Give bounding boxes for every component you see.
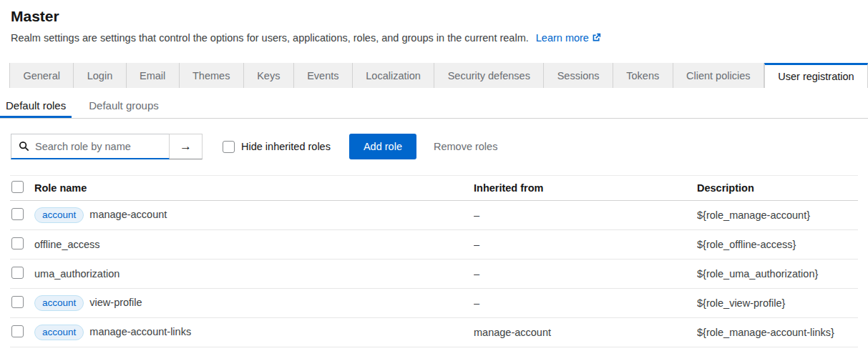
table-header-row: Role name Inherited from Description	[10, 176, 858, 201]
hide-inherited-group[interactable]: Hide inherited roles	[223, 141, 331, 153]
subtab-default-groups[interactable]: Default groups	[83, 93, 165, 118]
role-name: manage-account-links	[89, 326, 191, 337]
arrow-right-icon: →	[180, 139, 192, 153]
role-name: uma_authorization	[34, 268, 120, 280]
external-link-icon	[592, 31, 601, 46]
role-name: manage-account	[89, 209, 167, 220]
page-subtitle-text: Realm settings are settings that control…	[11, 32, 529, 44]
tab-client-policies[interactable]: Client policies	[673, 63, 764, 88]
client-badge: account	[34, 207, 84, 223]
page-subtitle: Realm settings are settings that control…	[11, 31, 857, 46]
tab-sessions[interactable]: Sessions	[544, 63, 613, 88]
inherited-from: –	[474, 230, 697, 259]
client-badge: account	[34, 325, 84, 340]
remove-roles-button[interactable]: Remove roles	[434, 141, 497, 152]
role-description: ${role_uma_authorization}	[697, 259, 858, 289]
inherited-from: manage-account	[474, 318, 697, 347]
column-header-role-name: Role name	[34, 176, 474, 201]
column-header-description: Description	[697, 176, 858, 201]
tab-security-defenses[interactable]: Security defenses	[434, 63, 544, 88]
hide-inherited-label[interactable]: Hide inherited roles	[241, 141, 331, 152]
tab-localization[interactable]: Localization	[353, 63, 434, 88]
tab-events[interactable]: Events	[294, 63, 353, 88]
inherited-from: –	[474, 201, 697, 230]
tab-user-registration[interactable]: User registration	[764, 63, 868, 88]
tab-general[interactable]: General	[9, 63, 74, 88]
role-description: ${role_manage-account-links}	[697, 318, 858, 347]
tab-email[interactable]: Email	[127, 63, 180, 88]
select-all-checkbox[interactable]	[11, 181, 24, 193]
hide-inherited-checkbox[interactable]	[223, 141, 235, 153]
tab-tokens[interactable]: Tokens	[613, 63, 673, 88]
client-badge: account	[34, 295, 84, 311]
search-group: →	[11, 134, 203, 159]
row-checkbox[interactable]	[11, 296, 24, 308]
inherited-from: –	[474, 259, 697, 289]
role-description: ${role_manage-account}	[697, 201, 858, 230]
add-role-button[interactable]: Add role	[349, 134, 416, 159]
table-row: accountmanage-account–${role_manage-acco…	[10, 201, 858, 230]
role-name: offline_access	[34, 239, 100, 250]
tab-keys[interactable]: Keys	[244, 63, 294, 88]
subtab-default-roles[interactable]: Default roles	[0, 93, 72, 118]
role-name: view-profile	[89, 297, 142, 308]
row-checkbox[interactable]	[11, 208, 24, 220]
table-row: accountmanage-account-linksmanage-accoun…	[10, 318, 858, 347]
inherited-from: –	[474, 289, 697, 318]
tab-themes[interactable]: Themes	[180, 63, 244, 88]
row-checkbox[interactable]	[11, 325, 24, 337]
page-title: Master	[11, 6, 857, 26]
page-header: Master Realm settings are settings that …	[0, 0, 868, 46]
search-input[interactable]	[11, 134, 170, 159]
search-submit-button[interactable]: →	[170, 134, 203, 159]
learn-more-label: Learn more	[536, 32, 589, 44]
role-description: ${role_offline-access}	[697, 230, 858, 259]
table-row: accountview-profile–${role_view-profile}	[10, 289, 858, 318]
roles-table: Role name Inherited from Description acc…	[10, 175, 858, 347]
column-header-inherited-from: Inherited from	[474, 176, 697, 201]
row-checkbox[interactable]	[11, 267, 24, 279]
sub-tabs: Default rolesDefault groups	[0, 93, 868, 119]
role-description: ${role_view-profile}	[697, 289, 858, 318]
search-icon	[19, 141, 29, 154]
row-checkbox[interactable]	[11, 237, 24, 249]
table-row: uma_authorization–${role_uma_authorizati…	[10, 259, 858, 289]
table-row: offline_access–${role_offline-access}	[10, 230, 858, 259]
toolbar: → Hide inherited roles Add role Remove r…	[11, 134, 857, 159]
learn-more-link[interactable]: Learn more	[536, 32, 601, 44]
tab-login[interactable]: Login	[74, 63, 126, 88]
table-body: accountmanage-account–${role_manage-acco…	[10, 201, 858, 347]
main-tabs: GeneralLoginEmailThemesKeysEventsLocaliz…	[0, 63, 868, 88]
